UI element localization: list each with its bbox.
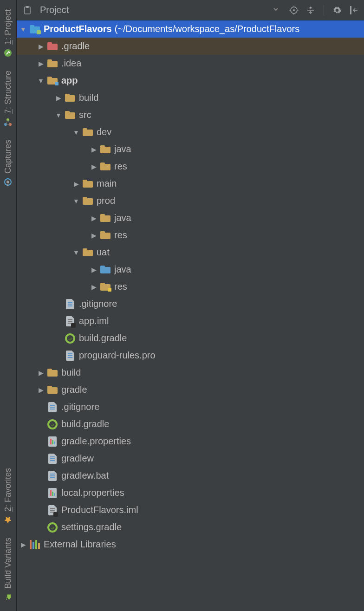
left-gutter: 1: Project 7: Structure Captures 2: Favo… bbox=[0, 0, 17, 611]
expand-toggle[interactable]: ▶ bbox=[35, 60, 46, 67]
expand-toggle[interactable]: ▼ bbox=[71, 249, 82, 256]
gradle-file-icon bbox=[46, 419, 58, 430]
tree-file-build-gradle[interactable]: ▶ build.gradle bbox=[17, 416, 364, 433]
clipboard-icon bbox=[21, 5, 33, 16]
tree-file-settings-gradle[interactable]: ▶ settings.gradle bbox=[17, 519, 364, 536]
expand-toggle[interactable]: ▶ bbox=[35, 369, 46, 377]
view-mode-chevron-icon[interactable] bbox=[273, 6, 279, 14]
expand-toggle[interactable]: ▼ bbox=[71, 129, 82, 136]
project-tree[interactable]: ▼ ProductFlavors (~/Documents/workspace_… bbox=[17, 20, 364, 611]
folder-icon bbox=[46, 367, 58, 378]
tree-folder-gradle-hidden[interactable]: ▶ .gradle bbox=[17, 38, 364, 55]
tree-file-gradlew[interactable]: ▶ gradlew bbox=[17, 450, 364, 467]
project-root-icon bbox=[29, 24, 41, 35]
expand-toggle[interactable]: ▶ bbox=[53, 94, 64, 102]
tree-file-app-build-gradle[interactable]: ▶ build.gradle bbox=[17, 330, 364, 347]
expand-toggle[interactable]: ▶ bbox=[18, 541, 29, 548]
target-icon[interactable] bbox=[288, 5, 299, 16]
expand-toggle[interactable]: ▼ bbox=[18, 26, 29, 33]
folder-icon bbox=[82, 247, 94, 258]
tree-folder-dev-res[interactable]: ▶ res bbox=[17, 158, 364, 175]
tree-folder-dev[interactable]: ▼ dev bbox=[17, 124, 364, 141]
expand-toggle[interactable]: ▶ bbox=[88, 214, 99, 222]
expand-toggle[interactable]: ▶ bbox=[88, 232, 99, 239]
tree-folder-uat-res[interactable]: ▶ res bbox=[17, 278, 364, 295]
tree-folder-uat-java[interactable]: ▶ java bbox=[17, 261, 364, 278]
properties-file-icon bbox=[46, 488, 58, 499]
sidebar-tab-captures[interactable]: Captures bbox=[3, 133, 13, 193]
iml-file-icon bbox=[64, 316, 76, 327]
tree-folder-build[interactable]: ▶ build bbox=[17, 364, 364, 381]
text-file-icon bbox=[64, 350, 76, 361]
view-mode-label[interactable]: Project bbox=[40, 5, 69, 15]
tree-external-libraries[interactable]: ▶ External Libraries bbox=[17, 536, 364, 553]
tree-folder-prod[interactable]: ▼ prod bbox=[17, 192, 364, 209]
tree-folder-dev-java[interactable]: ▶ java bbox=[17, 141, 364, 158]
sidebar-tab-project[interactable]: 1: Project bbox=[3, 3, 13, 64]
svg-point-5 bbox=[7, 181, 10, 183]
tree-folder-idea[interactable]: ▶ .idea bbox=[17, 55, 364, 72]
project-tab-icon bbox=[4, 48, 13, 58]
expand-toggle[interactable]: ▶ bbox=[88, 283, 99, 291]
tree-folder-main[interactable]: ▶ main bbox=[17, 175, 364, 192]
tree-module-app[interactable]: ▼ app bbox=[17, 72, 364, 89]
gradle-file-icon bbox=[64, 333, 76, 344]
expand-toggle[interactable]: ▶ bbox=[35, 386, 46, 394]
tree-file-gradle-properties[interactable]: ▶ gradle.properties bbox=[17, 433, 364, 450]
expand-toggle[interactable]: ▶ bbox=[88, 146, 99, 153]
collapse-all-icon[interactable] bbox=[305, 5, 316, 16]
hide-panel-icon[interactable] bbox=[348, 5, 359, 16]
tree-root[interactable]: ▼ ProductFlavors (~/Documents/workspace_… bbox=[17, 20, 364, 38]
build-variants-tab-icon bbox=[4, 592, 13, 602]
tree-file-gitignore[interactable]: ▶ .gitignore bbox=[17, 398, 364, 416]
tree-file-app-gitignore[interactable]: ▶ .gitignore bbox=[17, 295, 364, 312]
gear-icon[interactable] bbox=[332, 5, 343, 16]
tree-folder-src[interactable]: ▼ src bbox=[17, 106, 364, 124]
folder-icon bbox=[99, 144, 111, 155]
expand-toggle[interactable]: ▶ bbox=[35, 43, 46, 50]
favorites-tab-icon bbox=[4, 515, 13, 525]
folder-icon bbox=[82, 127, 94, 138]
tree-file-app-iml[interactable]: ▶ app.iml bbox=[17, 312, 364, 330]
root-name: ProductFlavors bbox=[44, 24, 112, 34]
sidebar-tab-structure[interactable]: 7: Structure bbox=[3, 64, 13, 133]
folder-icon bbox=[46, 58, 58, 69]
expand-toggle[interactable]: ▼ bbox=[53, 111, 64, 119]
expand-toggle[interactable]: ▼ bbox=[71, 197, 82, 205]
project-toolbar: Project bbox=[17, 0, 364, 20]
project-panel: Project ▼ ProductFlavors (~/Doc bbox=[17, 0, 364, 611]
expand-toggle[interactable]: ▶ bbox=[88, 266, 99, 273]
svg-rect-11 bbox=[350, 6, 351, 14]
tree-file-local-properties[interactable]: ▶ local.properties bbox=[17, 484, 364, 501]
folder-icon bbox=[99, 230, 111, 241]
folder-icon bbox=[99, 161, 111, 172]
folder-icon bbox=[99, 213, 111, 224]
tree-folder-prod-java[interactable]: ▶ java bbox=[17, 209, 364, 227]
libraries-icon bbox=[29, 539, 41, 550]
resource-folder-icon bbox=[99, 281, 111, 292]
properties-file-icon bbox=[46, 436, 58, 447]
expand-toggle[interactable]: ▼ bbox=[35, 77, 46, 84]
tree-folder-gradle[interactable]: ▶ gradle bbox=[17, 381, 364, 398]
gradle-file-icon bbox=[46, 522, 58, 533]
tree-folder-prod-res[interactable]: ▶ res bbox=[17, 227, 364, 244]
svg-rect-8 bbox=[26, 6, 29, 8]
text-file-icon bbox=[46, 470, 58, 481]
tree-folder-uat[interactable]: ▼ uat bbox=[17, 244, 364, 261]
sidebar-tab-favorites[interactable]: 2: Favorites bbox=[3, 462, 13, 531]
toolbar-separator bbox=[324, 5, 324, 15]
svg-rect-6 bbox=[8, 184, 9, 186]
tree-file-proguard[interactable]: ▶ proguard-rules.pro bbox=[17, 347, 364, 364]
iml-file-icon bbox=[46, 505, 58, 516]
expand-toggle[interactable]: ▶ bbox=[71, 180, 82, 188]
folder-icon bbox=[64, 92, 76, 104]
tree-folder-app-build[interactable]: ▶ build bbox=[17, 89, 364, 106]
root-path: (~/Documents/workspace_as/ProductFlavors bbox=[115, 24, 300, 34]
text-file-icon bbox=[46, 402, 58, 413]
sidebar-tab-build-variants[interactable]: Build Variants bbox=[3, 531, 13, 608]
tree-file-gradlew-bat[interactable]: ▶ gradlew.bat bbox=[17, 467, 364, 484]
expand-toggle[interactable]: ▶ bbox=[88, 163, 99, 170]
structure-tab-icon bbox=[4, 117, 13, 127]
folder-icon bbox=[64, 110, 76, 121]
tree-file-productflavors-iml[interactable]: ▶ ProductFlavors.iml bbox=[17, 501, 364, 519]
